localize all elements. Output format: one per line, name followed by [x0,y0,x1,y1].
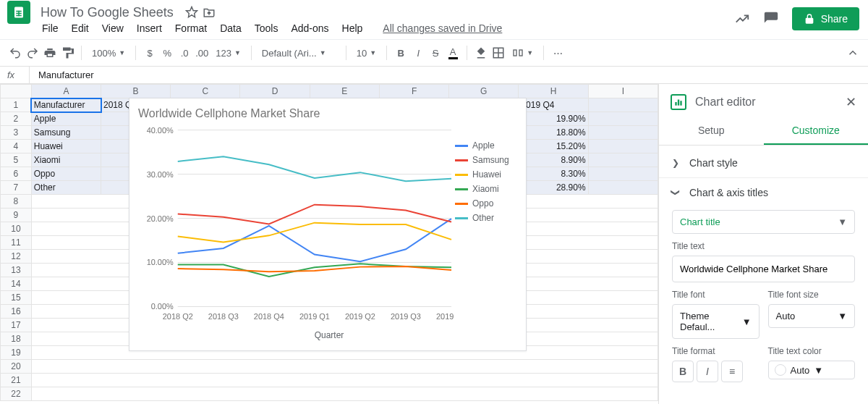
svg-rect-29 [678,100,679,106]
menu-edit[interactable]: Edit [72,22,89,34]
tab-setup[interactable]: Setup [659,117,764,145]
font-select[interactable]: Default (Ari...▼ [259,48,339,59]
strikethrough-icon[interactable]: S [429,46,442,59]
title-bold-button[interactable]: B [672,361,694,382]
cell[interactable]: 15.20% [519,140,588,153]
decrease-decimal-icon[interactable]: .0 [178,46,191,59]
cell[interactable]: 8.90% [519,153,588,167]
cell[interactable]: Oppo [31,167,101,181]
save-status[interactable]: All changes saved in Drive [383,22,502,34]
share-button-label: Share [821,13,848,25]
title-color-label: Title text color [768,346,856,356]
col-header[interactable]: F [379,85,448,98]
document-title[interactable]: How To Google Sheets [41,5,174,20]
title-text-label: Title text [672,241,855,251]
svg-rect-10 [519,50,522,56]
activity-line-icon[interactable] [734,11,750,27]
zoom-select[interactable]: 100%▼ [89,48,128,59]
menu-file[interactable]: File [42,22,59,34]
share-button[interactable]: Share [792,7,859,30]
title-font-select[interactable]: Theme Defaul...▼ [672,304,760,339]
title-font-size-label: Title font size [768,290,856,300]
print-icon[interactable] [43,46,56,59]
redo-icon[interactable] [26,46,39,59]
borders-icon[interactable] [492,46,505,59]
embedded-chart[interactable]: Worldwide Cellphone Market Share 0.00%10… [129,98,527,351]
cell[interactable]: 8.30% [519,167,588,181]
title-text-color-select[interactable]: Auto▼ [768,361,856,379]
svg-text:20.00%: 20.00% [147,214,174,223]
undo-icon[interactable] [9,46,22,59]
col-header[interactable]: G [449,85,519,98]
title-font-size-select[interactable]: Auto▼ [768,304,856,328]
cell[interactable]: Apple [31,112,101,126]
col-header[interactable]: C [171,85,240,98]
fill-color-icon[interactable] [475,46,488,59]
chart-title: Worldwide Cellphone Market Share [138,107,520,120]
cell[interactable]: 18.80% [519,126,588,140]
cell[interactable]: 19.90% [519,112,588,126]
svg-text:10.00%: 10.00% [147,258,174,267]
cell[interactable]: Other [31,181,101,195]
close-icon[interactable]: ✕ [846,94,856,110]
comments-icon[interactable] [763,11,779,27]
currency-icon[interactable]: $ [143,46,156,59]
col-header[interactable]: A [31,85,101,98]
move-to-drive-icon[interactable] [203,6,216,19]
menu-help[interactable]: Help [342,22,363,34]
sheets-logo[interactable] [7,1,30,24]
svg-text:2019 Q2: 2019 Q2 [345,312,375,321]
menu-tools[interactable]: Tools [255,22,278,34]
col-header[interactable]: D [240,85,310,98]
svg-rect-28 [675,102,676,106]
menu-addons[interactable]: Add-ons [291,22,328,34]
bold-icon[interactable]: B [394,46,407,59]
section-chart-axis-titles[interactable]: ❯ Chart & axis titles [659,177,868,207]
tab-customize[interactable]: Customize [764,117,869,145]
svg-rect-9 [514,50,516,56]
cell[interactable]: Manufacturer [31,98,101,112]
menu-insert[interactable]: Insert [137,22,162,34]
chart-legend: AppleSamsungHuaweiXiaomiOppoOther [455,126,520,329]
cell[interactable]: Huawei [31,140,101,153]
text-color-icon[interactable]: A [446,46,459,59]
chart-editor-panel: Chart editor ✕ Setup Customize ❯ Chart s… [658,84,868,404]
collapse-sidebar-icon[interactable] [846,46,859,59]
increase-decimal-icon[interactable]: .00 [195,46,208,59]
title-format-label: Title format [672,346,760,356]
chart-title-type-select[interactable]: Chart title▼ [672,210,855,234]
col-header[interactable]: I [588,85,658,98]
more-icon[interactable]: ⋯ [551,46,564,59]
merge-cells-icon[interactable]: ▼ [509,47,536,59]
paint-format-icon[interactable] [61,46,74,59]
col-header[interactable]: E [310,85,379,98]
menu-data[interactable]: Data [220,22,242,34]
svg-text:2018 Q4: 2018 Q4 [254,312,284,321]
cell[interactable]: 2019 Q4 [519,98,588,112]
title-align-button[interactable]: ≡ [721,361,743,382]
font-size-select[interactable]: 10▼ [354,48,379,59]
svg-text:40.00%: 40.00% [147,126,174,135]
col-header[interactable]: B [101,85,171,98]
svg-text:2019 Q4: 2019 Q4 [436,312,455,321]
italic-icon[interactable]: I [412,46,425,59]
chart-x-axis-label: Quarter [138,330,520,340]
title-italic-button[interactable]: I [697,361,718,382]
cell[interactable]: Samsung [31,126,101,140]
menu-format[interactable]: Format [175,22,207,34]
svg-marker-5 [186,7,197,17]
chart-plot-area: 0.00%10.00%20.00%30.00%40.00%2018 Q22018… [138,126,455,329]
star-icon[interactable] [185,6,198,19]
formula-bar-value[interactable]: Manufacturer [34,70,94,80]
chevron-down-icon: ❯ [671,189,681,196]
col-header[interactable]: H [519,85,588,98]
percent-icon[interactable]: % [161,46,174,59]
number-format-select[interactable]: 123▼ [213,48,244,59]
title-text-input[interactable] [672,256,855,282]
svg-rect-30 [680,101,681,105]
menu-view[interactable]: View [102,22,124,34]
cell[interactable]: 28.90% [519,181,588,195]
cell[interactable]: Xiaomi [31,153,101,167]
section-chart-style[interactable]: ❯ Chart style [659,148,868,177]
chart-editor-icon [671,94,686,110]
